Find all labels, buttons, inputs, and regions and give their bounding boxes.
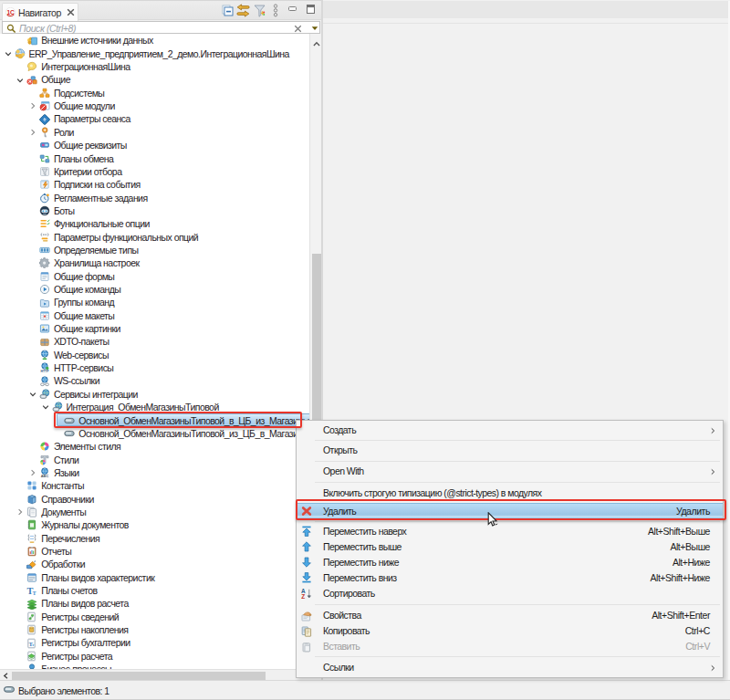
svg-text:т: т xyxy=(33,589,36,596)
svg-text:Z: Z xyxy=(301,593,305,599)
svg-text:HTTP: HTTP xyxy=(40,371,49,374)
svg-text:ABC: ABC xyxy=(41,474,49,478)
